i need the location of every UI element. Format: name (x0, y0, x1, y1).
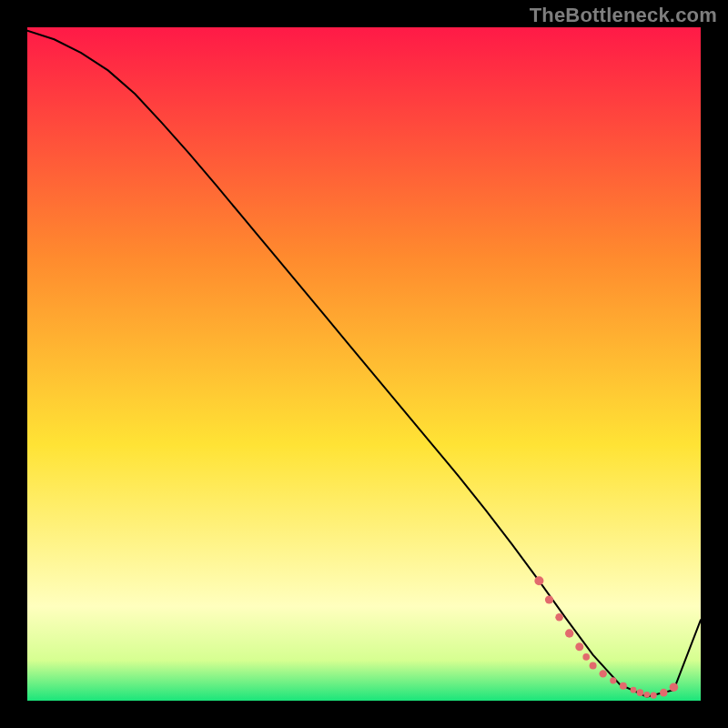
curve-marker-dot (582, 653, 590, 661)
watermark-text: TheBottleneck.com (530, 4, 717, 27)
curve-marker-dot (565, 629, 573, 637)
curve-marker-dot (637, 689, 644, 696)
curve-marker-dot (610, 677, 616, 683)
chart-container: { "watermark": "TheBottleneck.com", "col… (0, 0, 728, 728)
curve-marker-dot (575, 642, 583, 651)
bottleneck-chart (0, 0, 728, 728)
curve-marker-dot (620, 682, 627, 690)
curve-marker-dot (545, 595, 553, 603)
curve-marker-dot (590, 662, 597, 670)
curve-marker-dot (643, 692, 650, 698)
curve-marker-dot (600, 670, 607, 677)
curve-marker-dot (631, 687, 637, 693)
curve-marker-dot (651, 693, 657, 699)
curve-marker-dot (660, 689, 668, 697)
curve-marker-dot (555, 613, 563, 622)
curve-marker-dot (670, 682, 679, 692)
curve-marker-dot (534, 576, 543, 585)
